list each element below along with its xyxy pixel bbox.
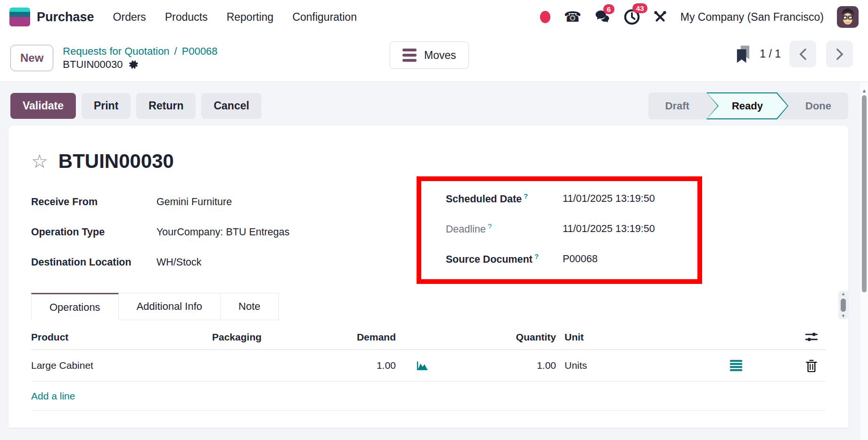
pager-previous-button[interactable] bbox=[789, 41, 816, 67]
scroll-down-icon[interactable]: ▼ bbox=[841, 314, 845, 318]
new-button[interactable]: New bbox=[10, 45, 53, 71]
operation-type-value[interactable]: YourCompany: BTU Entregas bbox=[156, 226, 289, 238]
row-details-button[interactable] bbox=[722, 360, 750, 371]
receive-from-value[interactable]: Gemini Furniture bbox=[156, 196, 232, 208]
col-demand[interactable]: Demand bbox=[330, 332, 396, 343]
validate-button[interactable]: Validate bbox=[10, 93, 76, 119]
scroll-up-icon[interactable]: ▲ bbox=[860, 88, 868, 93]
field-label: Deadline bbox=[446, 224, 486, 235]
scrollbar-thumb[interactable] bbox=[841, 299, 846, 312]
chevron-right-icon bbox=[835, 48, 844, 60]
field-label: Receive From bbox=[31, 196, 156, 208]
field-source-document: Source Document? P00068 bbox=[446, 251, 697, 267]
field-label: Operation Type bbox=[31, 226, 156, 238]
gear-icon[interactable] bbox=[128, 59, 139, 70]
col-product[interactable]: Product bbox=[31, 332, 212, 343]
source-document-value[interactable]: P00068 bbox=[563, 253, 598, 265]
user-avatar[interactable] bbox=[837, 6, 859, 28]
debug-tools-icon[interactable] bbox=[653, 10, 667, 24]
moves-button[interactable]: Moves bbox=[390, 42, 469, 69]
table-row[interactable]: Large Cabinet 1.00 1.00 Units bbox=[31, 350, 826, 382]
operations-table: Product Packaging Demand Quantity Unit bbox=[31, 332, 826, 411]
field-label: Destination Location bbox=[31, 257, 156, 268]
messages-icon[interactable]: 6 bbox=[595, 10, 611, 24]
scrollbar-thumb[interactable] bbox=[862, 95, 867, 292]
col-unit[interactable]: Unit bbox=[556, 332, 660, 343]
delete-row-button[interactable] bbox=[797, 359, 826, 372]
app-name[interactable]: Purchase bbox=[37, 10, 94, 25]
menu-reporting[interactable]: Reporting bbox=[227, 11, 274, 24]
top-navbar: Purchase Orders Products Reporting Confi… bbox=[0, 0, 868, 34]
print-button[interactable]: Print bbox=[82, 93, 131, 119]
detailed-operations-list-icon bbox=[730, 360, 742, 371]
field-label: Scheduled Date bbox=[446, 193, 522, 205]
activities-icon[interactable]: 43 bbox=[624, 9, 640, 25]
breadcrumb-current-link[interactable]: P00068 bbox=[182, 45, 218, 58]
tab-additional-info[interactable]: Additional Info bbox=[119, 293, 221, 320]
field-scheduled-date: Scheduled Date? 11/01/2025 13:19:50 bbox=[446, 191, 697, 207]
field-label: Source Document bbox=[446, 254, 532, 265]
status-draft[interactable]: Draft bbox=[648, 100, 706, 112]
chevron-left-icon bbox=[798, 48, 808, 60]
control-panel: New Requests for Quotation / P00068 BTUI… bbox=[0, 34, 868, 82]
cell-quantity[interactable]: 1.00 bbox=[429, 360, 556, 371]
moves-list-icon bbox=[402, 49, 417, 62]
pager-next-button[interactable] bbox=[826, 41, 853, 67]
menu-configuration[interactable]: Configuration bbox=[292, 11, 357, 24]
breadcrumb-parent-link[interactable]: Requests for Quotation bbox=[63, 45, 169, 58]
destination-location-value[interactable]: WH/Stock bbox=[156, 257, 202, 268]
optional-columns-button[interactable] bbox=[797, 332, 826, 343]
tab-operations[interactable]: Operations bbox=[31, 293, 119, 320]
notebook-tabs: Operations Additional Info Note bbox=[31, 293, 826, 320]
pager-counter[interactable]: 1 / 1 bbox=[760, 48, 781, 60]
field-deadline: Deadline? 11/01/2025 13:19:50 bbox=[446, 221, 697, 237]
avatar-image bbox=[837, 6, 859, 28]
sliders-icon bbox=[805, 332, 818, 343]
scheduled-date-value[interactable]: 11/01/2025 13:19:50 bbox=[563, 193, 655, 205]
bookmark-icon[interactable] bbox=[735, 44, 751, 64]
app-logo-icon[interactable] bbox=[9, 8, 30, 26]
help-question-icon[interactable]: ? bbox=[524, 192, 528, 200]
status-button-bar: Validate Print Return Cancel Draft Ready… bbox=[0, 82, 868, 119]
forecast-report-button[interactable] bbox=[396, 359, 429, 372]
red-highlight-box: Scheduled Date? 11/01/2025 13:19:50 Dead… bbox=[417, 176, 702, 284]
deadline-value[interactable]: 11/01/2025 13:19:50 bbox=[563, 223, 655, 235]
status-ready-active[interactable]: Ready bbox=[706, 92, 788, 119]
col-packaging[interactable]: Packaging bbox=[212, 332, 330, 343]
notebook-scrollbar[interactable]: ▲ ▼ bbox=[838, 291, 848, 319]
menu-products[interactable]: Products bbox=[165, 11, 208, 24]
activities-badge: 43 bbox=[632, 3, 648, 13]
help-question-icon[interactable]: ? bbox=[534, 252, 539, 260]
main-menu: Orders Products Reporting Configuration bbox=[113, 11, 357, 24]
form-sheet: ☆ BTUIN00030 Receive From Gemini Furnitu… bbox=[8, 125, 848, 428]
area-chart-icon bbox=[416, 359, 429, 372]
record-title: BTUIN00030 bbox=[58, 150, 174, 173]
tab-note[interactable]: Note bbox=[221, 293, 278, 320]
trash-icon bbox=[806, 359, 817, 372]
return-button[interactable]: Return bbox=[136, 93, 196, 119]
breadcrumb-separator: / bbox=[174, 45, 177, 58]
favorite-star-icon[interactable]: ☆ bbox=[31, 152, 48, 171]
table-header-row: Product Packaging Demand Quantity Unit bbox=[31, 332, 826, 350]
main-content-area: Validate Print Return Cancel Draft Ready… bbox=[0, 82, 868, 440]
messages-badge: 6 bbox=[603, 4, 614, 14]
scroll-up-icon[interactable]: ▲ bbox=[841, 292, 845, 296]
cell-unit[interactable]: Units bbox=[556, 360, 660, 371]
status-done[interactable]: Done bbox=[788, 100, 848, 112]
help-question-icon[interactable]: ? bbox=[488, 222, 491, 230]
add-a-line-link[interactable]: Add a line bbox=[31, 382, 826, 411]
breadcrumb: Requests for Quotation / P00068 BTUIN000… bbox=[63, 45, 217, 71]
col-quantity[interactable]: Quantity bbox=[429, 332, 556, 343]
company-switcher[interactable]: My Company (San Francisco) bbox=[680, 11, 824, 24]
cell-demand[interactable]: 1.00 bbox=[330, 360, 396, 371]
menu-orders[interactable]: Orders bbox=[113, 11, 146, 24]
page-scrollbar[interactable]: ▲ bbox=[860, 82, 868, 440]
cancel-button[interactable]: Cancel bbox=[201, 93, 261, 119]
wrench-screwdriver-icon bbox=[653, 10, 667, 24]
status-indicator-dot[interactable] bbox=[540, 11, 550, 23]
voip-phone-icon[interactable]: ☎ bbox=[564, 10, 581, 24]
record-name: BTUIN00030 bbox=[63, 58, 123, 71]
cell-product[interactable]: Large Cabinet bbox=[31, 360, 212, 371]
statusbar: Draft Ready Done bbox=[648, 92, 848, 119]
form-fields: Receive From Gemini Furniture Operation … bbox=[31, 193, 826, 284]
